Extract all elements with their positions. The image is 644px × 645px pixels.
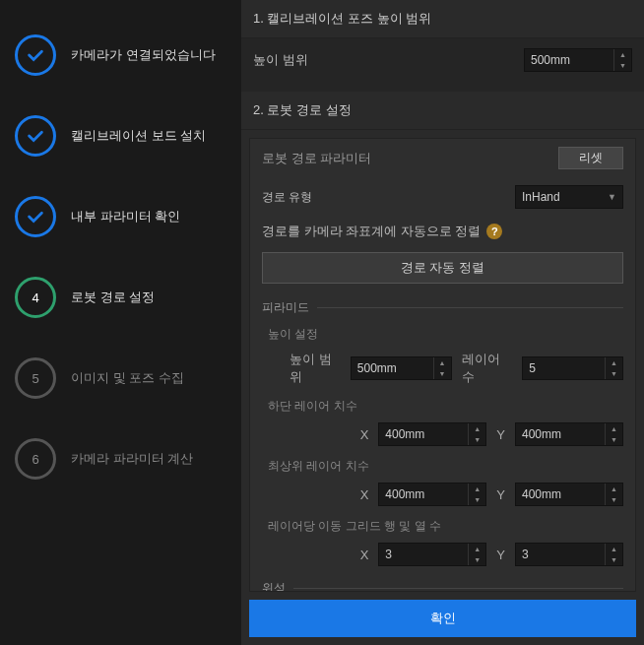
bottom-x-spinner[interactable]: ▲▼ [378,422,486,446]
pyramid-title: 피라미드 [262,299,309,316]
chevron-down-icon[interactable]: ▼ [469,434,485,445]
top-y-input[interactable] [516,484,605,505]
step-label: 캘리브레이션 보드 설치 [71,127,206,145]
bottom-y-spinner[interactable]: ▲▼ [515,422,623,446]
chevron-up-icon[interactable]: ▲ [434,357,451,368]
height-range-spinner[interactable]: ▲ ▼ [524,48,632,72]
pyramid-height-spinner[interactable]: ▲▼ [351,356,452,380]
check-icon [15,196,56,237]
help-icon[interactable]: ? [486,224,502,239]
x-label: X [360,548,369,562]
chevron-down-icon[interactable]: ▼ [434,368,451,379]
chevron-up-icon[interactable]: ▲ [606,544,622,554]
check-icon [15,34,56,76]
chevron-down-icon[interactable]: ▼ [469,494,485,505]
step-robot-path[interactable]: 4 로봇 경로 설정 [0,257,241,338]
chevron-up-icon[interactable]: ▲ [606,484,622,494]
y-label: Y [496,487,505,502]
grid-x-input[interactable] [379,544,468,565]
height-range-input[interactable] [525,49,613,71]
chevron-up-icon[interactable]: ▲ [469,423,485,434]
x-label: X [360,487,369,502]
step-label: 로봇 경로 설정 [71,289,155,306]
step-label: 이미지 및 포즈 수집 [71,369,184,387]
chevron-up-icon[interactable]: ▲ [469,484,485,494]
auto-align-button[interactable]: 경로 자동 정렬 [262,252,623,284]
grid-y-input[interactable] [516,544,605,565]
step-label: 카메라가 연결되었습니다 [71,46,216,64]
divider [293,588,623,589]
chevron-up-icon[interactable]: ▲ [469,544,485,554]
layer-count-input[interactable] [523,357,605,379]
bottom-x-input[interactable] [379,423,468,445]
chevron-down-icon[interactable]: ▼ [606,434,622,445]
chevron-down-icon[interactable]: ▼ [606,554,622,565]
route-params-panel: 로봇 경로 파라미터 리셋 경로 유형 InHand ▼ 경로를 카메라 좌표계… [249,138,636,592]
step-number-icon: 6 [15,438,56,480]
layer-count-spinner[interactable]: ▲▼ [522,356,623,380]
chevron-up-icon[interactable]: ▲ [614,49,631,60]
chevron-up-icon[interactable]: ▲ [606,423,622,434]
pyramid-height-input[interactable] [352,357,433,379]
chevron-down-icon[interactable]: ▼ [614,60,631,71]
reset-button[interactable]: 리셋 [558,147,623,169]
bottom-y-input[interactable] [516,423,605,445]
step-internal-params[interactable]: 내부 파라미터 확인 [0,176,241,257]
step-number-icon: 5 [15,357,56,399]
chevron-down-icon[interactable]: ▼ [469,554,485,565]
top-x-input[interactable] [379,484,468,505]
panel-title: 로봇 경로 파라미터 [262,150,558,167]
grid-x-spinner[interactable]: ▲▼ [378,543,486,566]
auto-align-label: 경로를 카메라 좌표계에 자동으로 정렬 [262,223,481,240]
step-image-pose[interactable]: 5 이미지 및 포즈 수집 [0,338,241,419]
sidebar: 카메라가 연결되었습니다 캘리브레이션 보드 설치 내부 파라미터 확인 4 로… [0,0,241,645]
x-label: X [360,427,369,442]
y-label: Y [496,548,505,562]
top-x-spinner[interactable]: ▲▼ [378,483,486,506]
step-label: 내부 파라미터 확인 [71,208,180,226]
layer-count-label: 레이어 수 [462,351,513,386]
section2-title: 2. 로봇 경로 설정 [241,92,644,130]
chevron-down-icon[interactable]: ▼ [606,494,622,505]
pyramid-height-label: 높이 범위 [290,351,341,386]
step-camera-calc[interactable]: 6 카메라 파라미터 계산 [0,419,241,499]
step-camera-connected[interactable]: 카메라가 연결되었습니다 [0,15,241,96]
bottom-layer-label: 하단 레이어 치수 [250,394,635,419]
main-panel: 1. 캘리브레이션 포즈 높이 범위 높이 범위 ▲ ▼ 2. 로봇 경로 설정… [241,0,644,645]
chevron-down-icon[interactable]: ▼ [606,368,622,379]
route-type-select[interactable]: InHand ▼ [515,185,623,209]
top-layer-label: 최상위 레이어 치수 [250,454,635,479]
route-type-label: 경로 유형 [262,189,515,206]
height-setting-label: 높이 설정 [250,322,635,347]
top-y-spinner[interactable]: ▲▼ [515,483,623,506]
chevron-down-icon: ▼ [608,192,616,202]
grid-label: 레이어당 이동 그리드 행 및 열 수 [250,514,635,539]
step-board-install[interactable]: 캘리브레이션 보드 설치 [0,96,241,176]
confirm-button[interactable]: 확인 [249,600,636,637]
grid-y-spinner[interactable]: ▲▼ [515,543,623,566]
step-number-icon: 4 [15,277,56,318]
chevron-up-icon[interactable]: ▲ [606,357,622,368]
step-label: 카메라 파라미터 계산 [71,450,193,468]
y-label: Y [496,427,505,442]
satellite-title: 위성 [262,580,286,592]
check-icon [15,115,56,157]
height-range-label: 높이 범위 [253,51,524,69]
divider [317,307,623,308]
section1-title: 1. 캘리브레이션 포즈 높이 범위 [241,0,644,38]
route-type-value: InHand [522,190,560,204]
